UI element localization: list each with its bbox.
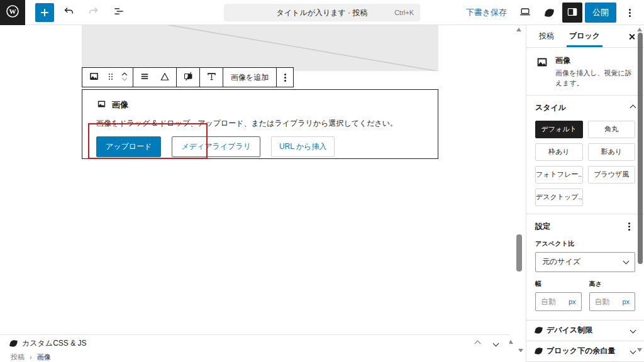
breadcrumb-separator: › [30, 353, 32, 361]
chevron-up-icon[interactable] [475, 341, 481, 347]
image-block-icon [88, 70, 100, 84]
wordpress-logo-icon: W [5, 4, 20, 21]
block-card: 画像 画像を挿入し、視覚に訴えます。 [526, 48, 644, 95]
placeholder-instructions: 画像をドラッグ & ドロップ、アップロード、またはライブラリから選択してください… [96, 118, 424, 129]
panel-device-restriction[interactable]: デバイス制限 [526, 320, 644, 341]
settings-panel: 設定 アスペクト比 元のサイズ 幅 px 高さ px [526, 214, 644, 319]
toolbar-group-duotone [177, 68, 200, 87]
media-library-button[interactable]: メディアライブラリ [172, 136, 260, 157]
chevron-up-icon [630, 105, 636, 111]
style-options-grid: デフォルト 角丸 枠あり 影あり フォトフレー... ブラウザ風 デスクトップ.… [535, 121, 635, 206]
style-option-desktop[interactable]: デスクトップ... [535, 189, 583, 206]
width-unit[interactable]: px [569, 298, 576, 305]
settings-sidebar-toggle-button[interactable] [562, 3, 582, 23]
toolbar-group-options [277, 68, 293, 87]
width-input[interactable] [541, 297, 566, 306]
block-options-button[interactable] [278, 68, 292, 87]
panel-block-bottom-margin[interactable]: ブロック下の余白量 [526, 341, 644, 361]
document-title-button[interactable]: タイトルが入ります · 投稿 Ctrl+K [224, 4, 420, 21]
list-view-icon [113, 5, 125, 19]
top-bar-left-group: W [0, 0, 130, 25]
plugin-swoosh-icon [544, 8, 553, 17]
sidebar-scrollbar-thumb[interactable] [638, 33, 643, 264]
top-bar-right-group: 下書き保存 公開 [461, 0, 640, 25]
redo-button[interactable] [83, 2, 104, 23]
sidebar-scroll-up-arrow[interactable] [637, 28, 642, 31]
style-option-browser[interactable]: ブラウザ風 [588, 166, 636, 184]
editor-scrollbar-thumb[interactable] [516, 234, 522, 272]
aspect-ratio-label: アスペクト比 [535, 239, 635, 248]
duotone-filter-button[interactable] [178, 68, 198, 87]
style-option-shadow[interactable]: 影あり [588, 143, 636, 161]
caption-tool-button[interactable] [201, 68, 221, 87]
breadcrumb-item-post[interactable]: 投稿 [11, 353, 25, 362]
wordpress-logo-button[interactable]: W [0, 0, 25, 25]
custom-css-panel-bar[interactable]: カスタムCSS & JS [0, 334, 509, 352]
block-card-description: 画像を挿入し、視覚に訴えます。 [555, 69, 635, 89]
triangle-icon [159, 71, 170, 84]
drag-handle[interactable] [104, 68, 118, 87]
height-unit[interactable]: px [622, 298, 630, 305]
styles-panel-header[interactable]: スタイル [535, 102, 635, 114]
custom-css-panel-label: カスタムCSS & JS [22, 338, 86, 349]
move-block-buttons[interactable] [118, 68, 131, 87]
placeholder-diagonal-line [82, 25, 438, 71]
chevron-down-icon [623, 258, 630, 264]
panel-label: デバイス制限 [547, 325, 592, 336]
caption-tool-icon [206, 70, 218, 84]
height-input[interactable] [595, 297, 620, 306]
sidebar-tabs: 投稿 ブロック [526, 25, 644, 48]
chevron-down-icon [630, 348, 636, 354]
plugin-swoosh-icon [535, 326, 543, 334]
image-block-placeholder[interactable]: 画像 画像をドラッグ & ドロップ、アップロード、またはライブラリから選択してく… [82, 89, 438, 159]
chevron-down-icon[interactable] [493, 341, 499, 347]
tab-post[interactable]: 投稿 [531, 25, 562, 47]
sidebar-scroll-down-arrow[interactable] [637, 348, 642, 352]
options-menu-button[interactable] [619, 2, 640, 23]
alignment-button[interactable] [135, 68, 155, 87]
toolbar-group-block [82, 68, 133, 87]
insert-from-url-button[interactable]: URL から挿入 [271, 136, 335, 157]
close-icon [628, 33, 635, 40]
image-block-type-button[interactable] [84, 68, 104, 87]
settings-sidebar: 投稿 ブロック 画像 画像を挿入し、視覚に訴えます。 スタイル デフォルト 角丸… [526, 25, 644, 362]
panel-label: ブロック下の余白量 [547, 346, 615, 356]
settings-panel-title: 設定 [535, 221, 550, 232]
placeholder-header: 画像 [96, 99, 424, 111]
breadcrumb: 投稿 › 画像 [0, 352, 526, 362]
undo-button[interactable] [58, 2, 79, 23]
editor-canvas: 画像を追加 画像 画像をドラッグ & ドロップ、アップロード、またはライブラリか… [0, 25, 526, 362]
editor-scroll-up-arrow[interactable] [516, 28, 521, 31]
plugin-swoosh-button[interactable] [538, 2, 560, 23]
align-lines-icon [139, 71, 150, 84]
css-panel-controls [475, 341, 498, 346]
sidebar-toggle-icon [566, 6, 579, 20]
vertical-ellipsis-icon [629, 12, 631, 14]
previous-image-block-remnant[interactable] [82, 25, 438, 71]
width-field: px [535, 292, 582, 311]
style-option-bordered[interactable]: 枠あり [535, 143, 583, 161]
save-draft-button[interactable]: 下書き保存 [461, 3, 512, 22]
style-option-default[interactable]: デフォルト [535, 121, 583, 138]
move-up-down-icon [119, 71, 130, 84]
placeholder-title: 画像 [112, 99, 128, 111]
upload-button[interactable]: アップロード [96, 136, 161, 157]
styles-panel-title: スタイル [535, 102, 566, 113]
breadcrumb-item-image[interactable]: 画像 [37, 353, 51, 362]
aspect-ratio-select[interactable]: 元のサイズ [535, 252, 635, 272]
settings-options-button[interactable] [623, 221, 635, 233]
tab-block[interactable]: ブロック [562, 25, 608, 47]
list-view-button[interactable] [108, 2, 130, 23]
height-field: px [589, 292, 636, 311]
contrast-button[interactable] [155, 68, 175, 87]
editor-top-bar: W タイトルが入ります · 投稿 Ctrl+K 下書き保存 公開 [0, 0, 644, 25]
add-image-button[interactable]: 画像を追加 [225, 72, 275, 83]
vertical-ellipsis-icon [628, 226, 630, 228]
plugin-swoosh-icon [9, 339, 18, 348]
publish-button[interactable]: 公開 [585, 3, 616, 23]
block-inserter-button[interactable] [35, 3, 54, 22]
preview-button[interactable] [514, 2, 536, 23]
style-option-photoframe[interactable]: フォトフレー... [535, 166, 583, 184]
toolbar-group-align [133, 68, 177, 87]
style-option-rounded[interactable]: 角丸 [588, 121, 636, 138]
